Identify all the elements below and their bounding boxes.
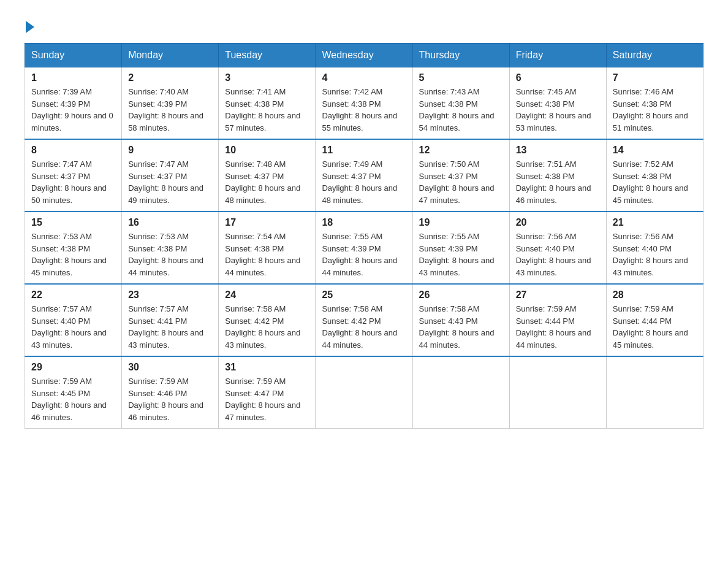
day-number: 25 [322,289,406,301]
calendar-cell [316,356,412,429]
day-info: Sunrise: 7:57 AMSunset: 4:41 PMDaylight:… [128,303,212,351]
day-info: Sunrise: 7:41 AMSunset: 4:38 PMDaylight:… [225,86,309,134]
day-number: 26 [419,289,503,301]
day-number: 19 [419,217,503,228]
day-info: Sunrise: 7:50 AMSunset: 4:37 PMDaylight:… [419,158,503,206]
page-header [25,18,703,31]
logo-arrow-icon [26,21,34,33]
calendar-cell [606,356,703,429]
day-number: 20 [516,217,600,228]
calendar-cell: 7Sunrise: 7:46 AMSunset: 4:38 PMDaylight… [606,67,703,140]
calendar-week-row: 8Sunrise: 7:47 AMSunset: 4:37 PMDaylight… [25,139,703,212]
day-number: 5 [419,72,503,83]
calendar-cell: 20Sunrise: 7:56 AMSunset: 4:40 PMDayligh… [509,212,606,284]
day-number: 28 [613,289,697,301]
calendar-cell: 2Sunrise: 7:40 AMSunset: 4:39 PMDaylight… [122,67,219,140]
calendar-week-row: 1Sunrise: 7:39 AMSunset: 4:39 PMDaylight… [25,67,703,140]
calendar-cell: 15Sunrise: 7:53 AMSunset: 4:38 PMDayligh… [25,212,122,284]
header-day-tuesday: Tuesday [219,44,316,67]
day-number: 16 [128,217,212,228]
calendar-cell: 24Sunrise: 7:58 AMSunset: 4:42 PMDayligh… [219,284,316,356]
day-number: 18 [322,217,406,228]
day-info: Sunrise: 7:47 AMSunset: 4:37 PMDaylight:… [128,158,212,206]
calendar-cell: 14Sunrise: 7:52 AMSunset: 4:38 PMDayligh… [606,139,703,212]
header-day-sunday: Sunday [25,44,122,67]
day-number: 12 [419,145,503,156]
day-info: Sunrise: 7:58 AMSunset: 4:42 PMDaylight:… [225,303,309,351]
day-info: Sunrise: 7:42 AMSunset: 4:38 PMDaylight:… [322,86,406,134]
calendar-cell: 28Sunrise: 7:59 AMSunset: 4:44 PMDayligh… [606,284,703,356]
day-number: 2 [128,72,212,83]
day-info: Sunrise: 7:52 AMSunset: 4:38 PMDaylight:… [613,158,697,206]
day-number: 1 [31,72,115,83]
calendar-cell: 1Sunrise: 7:39 AMSunset: 4:39 PMDaylight… [25,67,122,140]
calendar-cell: 18Sunrise: 7:55 AMSunset: 4:39 PMDayligh… [316,212,412,284]
calendar-week-row: 22Sunrise: 7:57 AMSunset: 4:40 PMDayligh… [25,284,703,356]
day-info: Sunrise: 7:55 AMSunset: 4:39 PMDaylight:… [419,231,503,278]
day-number: 13 [516,145,600,156]
day-number: 17 [225,217,309,228]
header-day-thursday: Thursday [412,44,509,67]
calendar-week-row: 15Sunrise: 7:53 AMSunset: 4:38 PMDayligh… [25,212,703,284]
calendar-cell: 17Sunrise: 7:54 AMSunset: 4:38 PMDayligh… [219,212,316,284]
day-number: 8 [31,145,115,156]
day-info: Sunrise: 7:49 AMSunset: 4:37 PMDaylight:… [322,158,406,206]
calendar-cell: 29Sunrise: 7:59 AMSunset: 4:45 PMDayligh… [25,356,122,429]
header-day-friday: Friday [509,44,606,67]
day-number: 6 [516,72,600,83]
day-number: 27 [516,289,600,301]
calendar-cell: 8Sunrise: 7:47 AMSunset: 4:37 PMDaylight… [25,139,122,212]
calendar-cell: 13Sunrise: 7:51 AMSunset: 4:38 PMDayligh… [509,139,606,212]
header-day-monday: Monday [122,44,219,67]
calendar-cell: 3Sunrise: 7:41 AMSunset: 4:38 PMDaylight… [219,67,316,140]
day-info: Sunrise: 7:53 AMSunset: 4:38 PMDaylight:… [31,231,115,278]
calendar-cell: 25Sunrise: 7:58 AMSunset: 4:42 PMDayligh… [316,284,412,356]
day-number: 21 [613,217,697,228]
day-number: 7 [613,72,697,83]
calendar-cell: 6Sunrise: 7:45 AMSunset: 4:38 PMDaylight… [509,67,606,140]
day-info: Sunrise: 7:51 AMSunset: 4:38 PMDaylight:… [516,158,600,206]
header-day-wednesday: Wednesday [316,44,412,67]
day-info: Sunrise: 7:57 AMSunset: 4:40 PMDaylight:… [31,303,115,351]
day-number: 9 [128,145,212,156]
day-info: Sunrise: 7:47 AMSunset: 4:37 PMDaylight:… [31,158,115,206]
day-info: Sunrise: 7:58 AMSunset: 4:43 PMDaylight:… [419,303,503,351]
day-number: 3 [225,72,309,83]
day-info: Sunrise: 7:39 AMSunset: 4:39 PMDaylight:… [31,86,115,134]
calendar-cell: 12Sunrise: 7:50 AMSunset: 4:37 PMDayligh… [412,139,509,212]
day-info: Sunrise: 7:43 AMSunset: 4:38 PMDaylight:… [419,86,503,134]
day-info: Sunrise: 7:59 AMSunset: 4:47 PMDaylight:… [225,375,309,423]
day-number: 14 [613,145,697,156]
calendar-cell: 4Sunrise: 7:42 AMSunset: 4:38 PMDaylight… [316,67,412,140]
day-number: 30 [128,362,212,373]
calendar-cell: 23Sunrise: 7:57 AMSunset: 4:41 PMDayligh… [122,284,219,356]
day-number: 4 [322,72,406,83]
day-info: Sunrise: 7:55 AMSunset: 4:39 PMDaylight:… [322,231,406,278]
day-info: Sunrise: 7:40 AMSunset: 4:39 PMDaylight:… [128,86,212,134]
calendar-table: SundayMondayTuesdayWednesdayThursdayFrid… [25,43,703,429]
calendar-cell: 10Sunrise: 7:48 AMSunset: 4:37 PMDayligh… [219,139,316,212]
day-number: 24 [225,289,309,301]
day-info: Sunrise: 7:48 AMSunset: 4:37 PMDaylight:… [225,158,309,206]
day-info: Sunrise: 7:59 AMSunset: 4:44 PMDaylight:… [613,303,697,351]
day-info: Sunrise: 7:56 AMSunset: 4:40 PMDaylight:… [516,231,600,278]
calendar-cell: 9Sunrise: 7:47 AMSunset: 4:37 PMDaylight… [122,139,219,212]
day-info: Sunrise: 7:56 AMSunset: 4:40 PMDaylight:… [613,231,697,278]
calendar-cell: 31Sunrise: 7:59 AMSunset: 4:47 PMDayligh… [219,356,316,429]
day-info: Sunrise: 7:59 AMSunset: 4:44 PMDaylight:… [516,303,600,351]
day-info: Sunrise: 7:59 AMSunset: 4:45 PMDaylight:… [31,375,115,423]
logo [25,18,34,31]
calendar-cell [509,356,606,429]
day-info: Sunrise: 7:58 AMSunset: 4:42 PMDaylight:… [322,303,406,351]
day-number: 31 [225,362,309,373]
day-number: 23 [128,289,212,301]
calendar-cell: 21Sunrise: 7:56 AMSunset: 4:40 PMDayligh… [606,212,703,284]
day-info: Sunrise: 7:54 AMSunset: 4:38 PMDaylight:… [225,231,309,278]
calendar-cell: 19Sunrise: 7:55 AMSunset: 4:39 PMDayligh… [412,212,509,284]
calendar-header-row: SundayMondayTuesdayWednesdayThursdayFrid… [25,44,703,67]
calendar-cell [412,356,509,429]
day-info: Sunrise: 7:59 AMSunset: 4:46 PMDaylight:… [128,375,212,423]
calendar-cell: 16Sunrise: 7:53 AMSunset: 4:38 PMDayligh… [122,212,219,284]
calendar-cell: 11Sunrise: 7:49 AMSunset: 4:37 PMDayligh… [316,139,412,212]
day-info: Sunrise: 7:46 AMSunset: 4:38 PMDaylight:… [613,86,697,134]
